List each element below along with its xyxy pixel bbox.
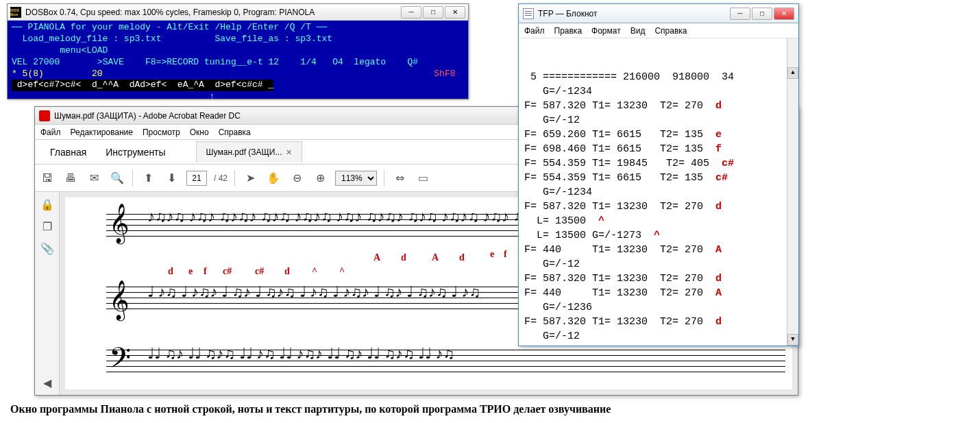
dos-shf8: ShF8 — [434, 69, 455, 79]
acrobat-title: Шуман.pdf (ЗАЩИТА) - Adobe Acrobat Reade… — [54, 111, 241, 121]
note-label: e — [703, 129, 722, 141]
staff-line — [106, 372, 785, 372]
note-label: e — [490, 249, 494, 260]
separator — [234, 170, 235, 186]
close-button[interactable]: ✕ — [774, 8, 794, 20]
note-label: A — [432, 252, 439, 263]
dos-notation-line: d>ef<c#7>c#< d_^^A dAd>ef< eA_^A d>ef<c#… — [12, 80, 273, 91]
dos-vel: VEL 27000 — [12, 57, 60, 67]
text-line: F= 659.260 T1= 6615 T2= 135 e — [524, 343, 793, 346]
menu-window[interactable]: Окно — [190, 128, 209, 137]
note-icon: ♩♩ ♫♪ ♩♩ ♫♪♫ ♩♩ ♪♫ ♩♩ ♪♫♪ ♩♩ ♫♪ ♩♩ ♫♪♫ ♩… — [147, 345, 454, 363]
print-icon[interactable]: 🖶 — [62, 170, 79, 186]
note-label: d — [459, 252, 465, 263]
maximize-button[interactable]: □ — [752, 8, 772, 20]
note-label: d — [168, 266, 173, 277]
text-line: F= 587.320 T1= 13230 T2= 270 d — [524, 271, 793, 286]
text-line: G=/-12 — [524, 113, 793, 128]
dos-load-file: Load_melody_file : sp3.txt — [12, 34, 161, 44]
text-line: F= 587.320 T1= 13230 T2= 270 d — [524, 200, 793, 214]
zoom-out-icon[interactable]: ⊖ — [289, 170, 305, 186]
dos-q: Q# — [407, 57, 418, 67]
note-label: f — [703, 143, 722, 155]
bass-clef-icon: 𝄢 — [109, 341, 131, 382]
tab-tools[interactable]: Инструменты — [96, 141, 175, 163]
minimize-button[interactable]: ─ — [730, 8, 750, 20]
lock-icon[interactable]: 🔒 — [40, 197, 54, 211]
dos-legato: legato — [354, 57, 386, 67]
menu-help[interactable]: Справка — [219, 128, 251, 137]
text-line: F= 554.359 T1= 19845 T2= 405 c# — [524, 156, 793, 171]
dosbox-titlebar[interactable]: DOS Box DOSBox 0.74, Cpu speed: max 100%… — [8, 4, 468, 21]
dos-line5: * 5(8) 20 — [12, 69, 103, 79]
note-label: d — [284, 266, 290, 277]
menu-view[interactable]: Просмотр — [143, 128, 180, 137]
fit-width-icon[interactable]: ⇔ — [391, 170, 408, 186]
text-line: F= 659.260 T1= 6615 T2= 135 e — [524, 128, 793, 142]
dos-o4: O4 — [332, 57, 343, 67]
note-label: c# — [255, 266, 264, 277]
tab-home[interactable]: Главная — [40, 141, 96, 163]
page-down-icon[interactable]: ⬇ — [163, 170, 180, 186]
page-number-input[interactable] — [186, 171, 207, 186]
collapse-icon[interactable]: ◀ — [40, 376, 54, 389]
attachment-icon[interactable]: 📎 — [40, 241, 54, 255]
treble-clef-icon: 𝄞 — [109, 280, 130, 320]
save-icon[interactable]: 🖫 — [39, 170, 56, 186]
dosbox-terminal[interactable]: ── PIANOLA for your melody - Alt/Exit /H… — [8, 21, 468, 99]
text-line: G=/-1234 — [524, 185, 793, 200]
text-line: F= 698.460 T1= 6615 T2= 135 f — [524, 142, 793, 156]
notepad-menubar: Файл Правка Формат Вид Справка — [519, 23, 798, 38]
close-icon[interactable]: ✕ — [286, 148, 292, 157]
scrollbar[interactable]: ▲ ▼ — [787, 38, 798, 346]
text-line: F= 440 T1= 13230 T2= 270 A — [524, 243, 793, 257]
menu-edit[interactable]: Правка — [554, 26, 583, 36]
acrobat-icon — [39, 110, 50, 121]
text-line: L= 13500 ^ — [524, 214, 793, 228]
separator — [132, 170, 133, 186]
close-button[interactable]: ✕ — [445, 6, 465, 19]
menu-edit[interactable]: Редактирование — [71, 128, 133, 137]
zoom-in-icon[interactable]: ⊕ — [312, 170, 328, 186]
pointer-icon[interactable]: ➤ — [242, 170, 258, 186]
notepad-title: TFP — Блокнот — [538, 9, 597, 19]
menu-file[interactable]: Файл — [524, 26, 545, 36]
note-label: c# — [223, 266, 232, 277]
page-total: / 42 — [214, 173, 228, 183]
zoom-select[interactable]: 113% — [335, 171, 377, 186]
hand-icon[interactable]: ✋ — [265, 170, 282, 186]
scroll-down-icon[interactable]: ▼ — [787, 334, 798, 346]
pages-icon[interactable]: ❐ — [40, 219, 54, 233]
text-line: F= 587.320 T1= 13230 T2= 270 d — [524, 99, 793, 113]
text-line: L= 13500 G=/-1273 ^ — [524, 228, 793, 243]
email-icon[interactable]: ✉ — [86, 170, 102, 186]
text-line: G=/-12 — [524, 257, 793, 271]
minimize-button[interactable]: ─ — [401, 6, 421, 19]
menu-help[interactable]: Справка — [654, 26, 687, 36]
page-up-icon[interactable]: ⬆ — [140, 170, 156, 186]
note-label: ^ — [586, 215, 604, 227]
tab-document-label: Шуман.pdf (ЗАЩИ... — [206, 147, 282, 157]
tab-document[interactable]: Шуман.pdf (ЗАЩИ... ✕ — [196, 141, 303, 162]
figure-caption: Окно программы Пианола с нотной строкой,… — [10, 403, 611, 415]
notepad-titlebar[interactable]: TFP — Блокнот ─ □ ✕ — [519, 4, 798, 23]
notepad-textarea[interactable]: 5 ============ 216000 918000 34 G=/-1234… — [519, 38, 798, 346]
notepad-window: TFP — Блокнот ─ □ ✕ Файл Правка Формат В… — [518, 3, 799, 346]
text-line: G=/-1234 — [524, 84, 793, 99]
dos-line-header: ── PIANOLA for your melody - Alt/Exit /H… — [12, 22, 327, 32]
separator — [384, 170, 384, 186]
scroll-up-icon[interactable]: ▲ — [787, 67, 798, 79]
dos-save: >SAVE — [97, 57, 124, 67]
menu-view[interactable]: Вид — [630, 26, 646, 36]
note-label: e — [188, 266, 193, 277]
note-icon: ♪♫♪♫ ♪♫♪ ♫♪♫♪ ♫♪♫ ♪♫♪♫ ♪♫♪ ♫♪♫♪ ♫♪♫ ♪♫♪♫… — [147, 208, 551, 226]
fit-page-icon[interactable]: ▭ — [415, 170, 431, 186]
maximize-button[interactable]: □ — [423, 6, 443, 19]
search-icon[interactable]: 🔍 — [109, 170, 125, 186]
menu-format[interactable]: Формат — [591, 26, 621, 36]
note-label: e — [703, 345, 722, 346]
note-label: A — [703, 287, 722, 299]
acrobat-sidebar: 🔒 ❐ 📎 ◀ — [35, 192, 60, 395]
text-line: 5 ============ 216000 918000 34 — [524, 70, 793, 84]
menu-file[interactable]: Файл — [40, 128, 61, 137]
